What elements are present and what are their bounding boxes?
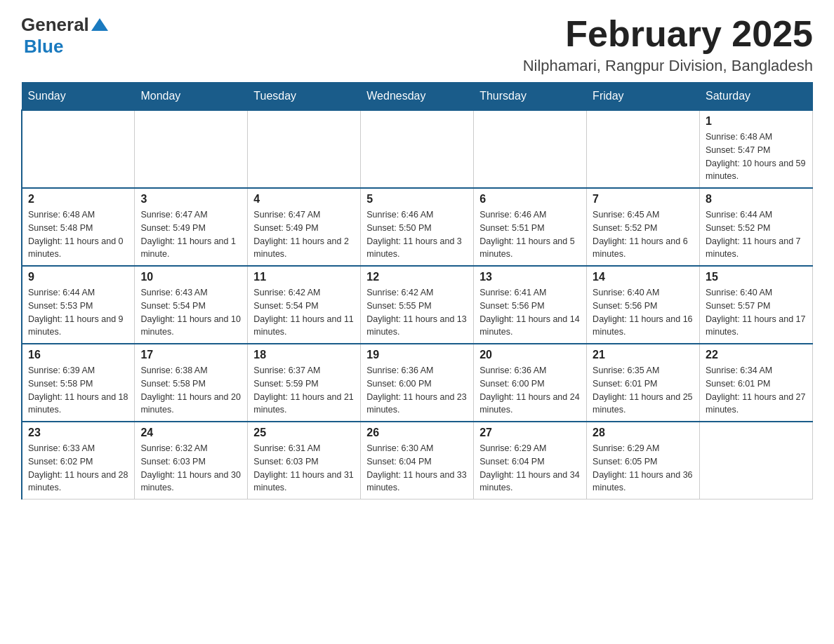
calendar-week-row: 23Sunrise: 6:33 AMSunset: 6:02 PMDayligh… (22, 422, 813, 499)
day-number: 14 (593, 271, 694, 283)
calendar-cell: 16Sunrise: 6:39 AMSunset: 5:58 PMDayligh… (22, 344, 135, 422)
subtitle: Nilphamari, Rangpur Division, Bangladesh (523, 57, 813, 75)
calendar-cell: 6Sunrise: 6:46 AMSunset: 5:51 PMDaylight… (474, 188, 587, 266)
day-info: Sunrise: 6:33 AMSunset: 6:02 PMDaylight:… (28, 442, 128, 495)
calendar-cell: 17Sunrise: 6:38 AMSunset: 5:58 PMDayligh… (135, 344, 248, 422)
calendar-cell: 21Sunrise: 6:35 AMSunset: 6:01 PMDayligh… (587, 344, 700, 422)
calendar-table: SundayMondayTuesdayWednesdayThursdayFrid… (21, 82, 813, 499)
calendar-cell: 26Sunrise: 6:30 AMSunset: 6:04 PMDayligh… (361, 422, 474, 499)
day-number: 12 (366, 271, 468, 283)
day-number: 21 (593, 349, 694, 361)
calendar-cell: 1Sunrise: 6:48 AMSunset: 5:47 PMDaylight… (700, 110, 813, 188)
logo: General Blue (21, 14, 108, 58)
weekday-header-monday: Monday (135, 83, 248, 111)
day-info: Sunrise: 6:34 AMSunset: 6:01 PMDaylight:… (706, 364, 807, 417)
calendar-cell: 5Sunrise: 6:46 AMSunset: 5:50 PMDaylight… (361, 188, 474, 266)
day-info: Sunrise: 6:30 AMSunset: 6:04 PMDaylight:… (366, 442, 468, 495)
weekday-header-thursday: Thursday (474, 83, 587, 111)
logo-general-text: General (21, 14, 89, 36)
day-info: Sunrise: 6:44 AMSunset: 5:52 PMDaylight:… (706, 208, 807, 261)
day-info: Sunrise: 6:40 AMSunset: 5:57 PMDaylight:… (706, 286, 807, 339)
day-number: 18 (253, 349, 355, 361)
calendar-cell: 20Sunrise: 6:36 AMSunset: 6:00 PMDayligh… (474, 344, 587, 422)
day-info: Sunrise: 6:36 AMSunset: 6:00 PMDaylight:… (366, 364, 468, 417)
day-number: 2 (28, 193, 128, 206)
logo-triangle-icon (91, 18, 108, 31)
calendar-cell (700, 422, 813, 499)
day-info: Sunrise: 6:42 AMSunset: 5:54 PMDaylight:… (253, 286, 355, 339)
calendar-cell: 24Sunrise: 6:32 AMSunset: 6:03 PMDayligh… (135, 422, 248, 499)
header: General Blue February 2025 Nilphamari, R… (21, 14, 813, 75)
calendar-cell: 11Sunrise: 6:42 AMSunset: 5:54 PMDayligh… (248, 266, 361, 344)
day-number: 16 (28, 349, 128, 361)
day-info: Sunrise: 6:43 AMSunset: 5:54 PMDaylight:… (140, 286, 241, 339)
day-number: 23 (28, 427, 128, 439)
calendar-cell: 18Sunrise: 6:37 AMSunset: 5:59 PMDayligh… (248, 344, 361, 422)
calendar-week-row: 1Sunrise: 6:48 AMSunset: 5:47 PMDaylight… (22, 110, 813, 188)
day-number: 19 (366, 349, 468, 361)
day-info: Sunrise: 6:37 AMSunset: 5:59 PMDaylight:… (253, 364, 355, 417)
calendar-cell (22, 110, 135, 188)
day-info: Sunrise: 6:47 AMSunset: 5:49 PMDaylight:… (253, 208, 355, 261)
calendar-cell: 13Sunrise: 6:41 AMSunset: 5:56 PMDayligh… (474, 266, 587, 344)
day-number: 7 (593, 193, 694, 206)
calendar-cell (474, 110, 587, 188)
calendar-cell: 28Sunrise: 6:29 AMSunset: 6:05 PMDayligh… (587, 422, 700, 499)
day-info: Sunrise: 6:29 AMSunset: 6:05 PMDaylight:… (593, 442, 694, 495)
day-number: 25 (253, 427, 355, 439)
calendar-cell: 22Sunrise: 6:34 AMSunset: 6:01 PMDayligh… (700, 344, 813, 422)
day-number: 28 (593, 427, 694, 439)
calendar-week-row: 2Sunrise: 6:48 AMSunset: 5:48 PMDaylight… (22, 188, 813, 266)
logo-blue-text: Blue (24, 36, 63, 57)
weekday-header-friday: Friday (587, 83, 700, 111)
title-area: February 2025 Nilphamari, Rangpur Divisi… (523, 14, 813, 75)
main-title: February 2025 (523, 14, 813, 54)
weekday-header-saturday: Saturday (700, 83, 813, 111)
day-number: 27 (479, 427, 581, 439)
day-number: 24 (140, 427, 241, 439)
day-number: 4 (253, 193, 355, 206)
day-info: Sunrise: 6:40 AMSunset: 5:56 PMDaylight:… (593, 286, 694, 339)
day-info: Sunrise: 6:47 AMSunset: 5:49 PMDaylight:… (140, 208, 241, 261)
day-info: Sunrise: 6:31 AMSunset: 6:03 PMDaylight:… (253, 442, 355, 495)
calendar-cell: 12Sunrise: 6:42 AMSunset: 5:55 PMDayligh… (361, 266, 474, 344)
day-number: 13 (479, 271, 581, 283)
calendar-cell: 4Sunrise: 6:47 AMSunset: 5:49 PMDaylight… (248, 188, 361, 266)
day-info: Sunrise: 6:46 AMSunset: 5:51 PMDaylight:… (479, 208, 581, 261)
day-info: Sunrise: 6:45 AMSunset: 5:52 PMDaylight:… (593, 208, 694, 261)
day-info: Sunrise: 6:44 AMSunset: 5:53 PMDaylight:… (28, 286, 128, 339)
day-number: 11 (253, 271, 355, 283)
calendar-cell: 25Sunrise: 6:31 AMSunset: 6:03 PMDayligh… (248, 422, 361, 499)
day-number: 6 (479, 193, 581, 206)
day-info: Sunrise: 6:32 AMSunset: 6:03 PMDaylight:… (140, 442, 241, 495)
day-number: 5 (366, 193, 468, 206)
day-number: 15 (706, 271, 807, 283)
calendar-cell: 9Sunrise: 6:44 AMSunset: 5:53 PMDaylight… (22, 266, 135, 344)
day-info: Sunrise: 6:35 AMSunset: 6:01 PMDaylight:… (593, 364, 694, 417)
weekday-header-wednesday: Wednesday (361, 83, 474, 111)
calendar-cell: 27Sunrise: 6:29 AMSunset: 6:04 PMDayligh… (474, 422, 587, 499)
day-info: Sunrise: 6:36 AMSunset: 6:00 PMDaylight:… (479, 364, 581, 417)
calendar-cell: 23Sunrise: 6:33 AMSunset: 6:02 PMDayligh… (22, 422, 135, 499)
calendar-cell (248, 110, 361, 188)
day-number: 9 (28, 271, 128, 283)
weekday-header-row: SundayMondayTuesdayWednesdayThursdayFrid… (22, 83, 813, 111)
day-number: 22 (706, 349, 807, 361)
calendar-cell: 10Sunrise: 6:43 AMSunset: 5:54 PMDayligh… (135, 266, 248, 344)
day-info: Sunrise: 6:42 AMSunset: 5:55 PMDaylight:… (366, 286, 468, 339)
calendar-cell: 15Sunrise: 6:40 AMSunset: 5:57 PMDayligh… (700, 266, 813, 344)
calendar-week-row: 9Sunrise: 6:44 AMSunset: 5:53 PMDaylight… (22, 266, 813, 344)
day-number: 26 (366, 427, 468, 439)
day-number: 20 (479, 349, 581, 361)
calendar-header: SundayMondayTuesdayWednesdayThursdayFrid… (22, 83, 813, 111)
weekday-header-sunday: Sunday (22, 83, 135, 111)
calendar-cell (135, 110, 248, 188)
calendar-week-row: 16Sunrise: 6:39 AMSunset: 5:58 PMDayligh… (22, 344, 813, 422)
calendar-body: 1Sunrise: 6:48 AMSunset: 5:47 PMDaylight… (22, 110, 813, 499)
day-info: Sunrise: 6:29 AMSunset: 6:04 PMDaylight:… (479, 442, 581, 495)
calendar-cell: 3Sunrise: 6:47 AMSunset: 5:49 PMDaylight… (135, 188, 248, 266)
calendar-cell (587, 110, 700, 188)
calendar-cell: 7Sunrise: 6:45 AMSunset: 5:52 PMDaylight… (587, 188, 700, 266)
calendar-cell: 14Sunrise: 6:40 AMSunset: 5:56 PMDayligh… (587, 266, 700, 344)
weekday-header-tuesday: Tuesday (248, 83, 361, 111)
